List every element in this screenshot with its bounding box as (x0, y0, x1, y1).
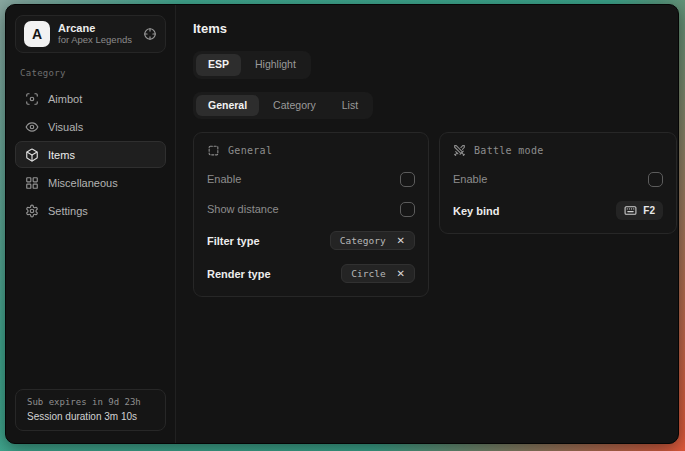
setting-label: Render type (207, 268, 271, 280)
sidebar-item-miscellaneous[interactable]: Miscellaneous (15, 169, 166, 196)
sidebar-item-label: Settings (48, 205, 88, 217)
sidebar-item-visuals[interactable]: Visuals (15, 113, 166, 140)
battle-panel-header: Battle mode (453, 144, 663, 157)
crosshair-focus-icon (25, 92, 39, 106)
sidebar-item-settings[interactable]: Settings (15, 197, 166, 224)
keyboard-icon (624, 204, 637, 217)
eye-icon (25, 120, 39, 134)
setting-label: Enable (453, 173, 487, 185)
sidebar-item-label: Items (48, 149, 75, 161)
setting-row-enable: Enable (207, 171, 415, 187)
sidebar-nav: Aimbot Visuals Items (15, 85, 166, 224)
filter-type-select[interactable]: Category ✕ (330, 231, 415, 250)
setting-label: Enable (207, 173, 241, 185)
mode-tab-group: ESP Highlight (193, 51, 311, 79)
gear-icon (25, 204, 39, 218)
swords-icon (453, 144, 466, 157)
show-distance-checkbox[interactable] (400, 202, 415, 217)
crosshair-icon[interactable] (143, 27, 157, 41)
panels-row: General Enable Show distance Filter type… (193, 132, 677, 297)
package-icon (25, 148, 39, 162)
key-bind-button[interactable]: F2 (616, 201, 663, 220)
setting-row-key-bind: Key bind F2 (453, 201, 663, 220)
dashed-box-icon (207, 144, 220, 157)
panel-title: Battle mode (474, 145, 544, 156)
sidebar-item-label: Visuals (48, 121, 83, 133)
battle-mode-panel: Battle mode Enable Key bind F2 (439, 132, 677, 234)
main-content: Items ESP Highlight General Category Lis… (176, 5, 679, 443)
brand-text: Arcane for Apex Legends (58, 22, 132, 46)
app-subtitle: for Apex Legends (58, 35, 132, 45)
general-panel-header: General (207, 144, 415, 157)
select-value: Circle (351, 268, 385, 279)
enable-checkbox[interactable] (400, 172, 415, 187)
sidebar-section-label: Category (20, 68, 161, 78)
tab-list[interactable]: List (330, 95, 370, 117)
app-logo: A (24, 21, 50, 47)
general-panel: General Enable Show distance Filter type… (193, 132, 429, 297)
tab-category[interactable]: Category (261, 95, 328, 117)
render-type-select[interactable]: Circle ✕ (341, 264, 415, 283)
setting-label: Show distance (207, 203, 279, 215)
sidebar-item-items[interactable]: Items (15, 141, 166, 168)
setting-row-render-type: Render type Circle ✕ (207, 264, 415, 283)
sidebar: A Arcane for Apex Legends Category Aimbo… (6, 5, 176, 443)
sidebar-item-label: Aimbot (48, 93, 82, 105)
tab-general[interactable]: General (196, 95, 259, 117)
subscription-card: Sub expires in 9d 23h Session duration 3… (15, 389, 166, 431)
tab-esp[interactable]: ESP (196, 54, 241, 76)
setting-label: Key bind (453, 205, 499, 217)
view-tab-group: General Category List (193, 92, 373, 120)
session-duration-text: Session duration 3m 10s (27, 411, 154, 422)
app-window: A Arcane for Apex Legends Category Aimbo… (5, 4, 679, 444)
setting-row-filter-type: Filter type Category ✕ (207, 231, 415, 250)
clear-icon[interactable]: ✕ (397, 235, 405, 246)
select-value: Category (340, 235, 386, 246)
setting-label: Filter type (207, 235, 260, 247)
setting-row-show-distance: Show distance (207, 201, 415, 217)
panel-title: General (228, 145, 272, 156)
sidebar-item-label: Miscellaneous (48, 177, 118, 189)
battle-enable-checkbox[interactable] (648, 172, 663, 187)
app-title: Arcane (58, 22, 132, 34)
layout-grid-icon (25, 176, 39, 190)
sidebar-item-aimbot[interactable]: Aimbot (15, 85, 166, 112)
clear-icon[interactable]: ✕ (397, 268, 405, 279)
tab-highlight[interactable]: Highlight (243, 54, 308, 76)
key-bind-value: F2 (643, 205, 655, 216)
sub-expires-text: Sub expires in 9d 23h (27, 397, 154, 407)
page-title: Items (193, 21, 677, 36)
setting-row-enable: Enable (453, 171, 663, 187)
brand-card: A Arcane for Apex Legends (15, 15, 166, 53)
